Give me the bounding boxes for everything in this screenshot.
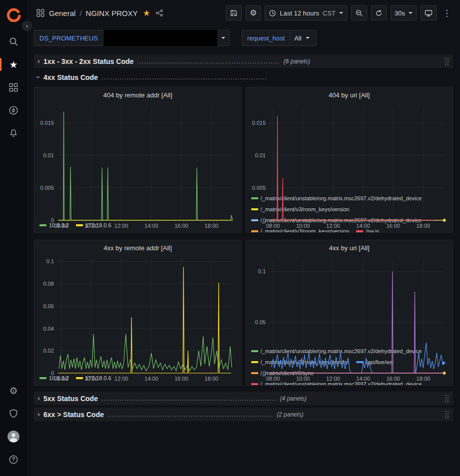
share-icon[interactable] xyxy=(155,9,163,17)
row-header-5xx[interactable]: › 5xx Status Code ......................… xyxy=(34,392,453,405)
breadcrumb-section[interactable]: General xyxy=(49,9,75,17)
svg-text:12:00: 12:00 xyxy=(326,223,340,229)
svg-text:0.015: 0.015 xyxy=(40,120,54,126)
time-range-label: Last 12 hours xyxy=(280,9,319,17)
svg-text:0.02: 0.02 xyxy=(43,348,54,354)
refresh-interval-label: 30s xyxy=(395,9,405,17)
svg-text:0.1: 0.1 xyxy=(46,258,54,264)
time-series-chart[interactable]: 08:0010:0012:0014:0016:0018:0000.0050.01… xyxy=(246,102,453,230)
time-series-chart[interactable]: 08:0010:0012:0014:0016:0018:0000.020.040… xyxy=(34,255,241,383)
request-host-value: All xyxy=(294,34,301,42)
svg-text:10:00: 10:00 xyxy=(84,223,98,229)
row-header-6xx[interactable]: › 6xx > Status Code ....................… xyxy=(34,408,453,421)
svg-text:16:00: 16:00 xyxy=(174,223,188,229)
chevron-right-icon: › xyxy=(37,394,40,402)
svg-text:16:00: 16:00 xyxy=(386,223,400,229)
row-title: 1xx - 3xx - 2xx Status Code xyxy=(43,57,134,65)
svg-text:18:00: 18:00 xyxy=(205,376,219,382)
variable-request-host: request_host All xyxy=(242,30,317,46)
svg-text:14:00: 14:00 xyxy=(144,223,158,229)
chevron-right-icon: › xyxy=(37,56,40,65)
panel-grid: 404 by remote addr [All] 08:0010:0012:00… xyxy=(34,87,453,386)
svg-text:10:00: 10:00 xyxy=(296,223,310,229)
svg-text:0.08: 0.08 xyxy=(43,281,54,287)
sidebar-item-configuration[interactable]: ⚙ xyxy=(3,381,23,401)
svg-text:18:00: 18:00 xyxy=(416,223,430,229)
svg-text:0.005: 0.005 xyxy=(40,185,54,191)
panel-title[interactable]: 4xx by remote addr [All] xyxy=(34,240,241,255)
row-title-dots: ........................................… xyxy=(101,73,267,81)
save-dashboard-button[interactable] xyxy=(226,5,242,20)
refresh-icon xyxy=(375,9,383,17)
row-panel-count: (6 panels) xyxy=(283,58,310,65)
row-title-dots: ........................................… xyxy=(107,411,273,418)
svg-text:10:00: 10:00 xyxy=(84,376,98,382)
panel-title[interactable]: 404 by uri [All] xyxy=(246,87,453,102)
row-header-4xx[interactable]: › 4xx Status Code ......................… xyxy=(34,70,453,84)
sidebar: › ★ ⚙ xyxy=(0,0,27,476)
chevron-down-icon: › xyxy=(34,76,43,78)
sidebar-item-search[interactable] xyxy=(3,31,23,51)
breadcrumb-dashboard-title[interactable]: NGINX PROXY xyxy=(86,9,138,17)
panel-title[interactable]: 4xx by uri [All] xyxy=(246,240,453,255)
grafana-logo[interactable] xyxy=(3,4,24,25)
svg-text:0.06: 0.06 xyxy=(43,303,54,309)
svg-text:0.015: 0.015 xyxy=(252,120,266,126)
row-drag-handle-icon[interactable]: ⣿ xyxy=(444,395,450,402)
sidebar-item-starred[interactable]: ★ xyxy=(3,54,23,74)
refresh-interval-dropdown[interactable]: 30s xyxy=(391,5,417,20)
request-host-select[interactable]: All xyxy=(290,30,317,46)
sidebar-item-server-admin[interactable] xyxy=(3,404,23,424)
svg-text:10:00: 10:00 xyxy=(296,376,310,382)
sidebar-item-explore[interactable] xyxy=(3,100,23,120)
toolbar-right: ⚙ Last 12 hours CST 30s xyxy=(226,5,453,20)
svg-text:0: 0 xyxy=(51,370,54,376)
gear-icon: ⚙ xyxy=(9,386,17,396)
svg-text:0.04: 0.04 xyxy=(43,326,54,332)
time-range-picker[interactable]: Last 12 hours CST xyxy=(265,5,347,20)
variables-bar: DS_PROMETHEUS request_host All xyxy=(27,26,460,51)
panel-title[interactable]: 404 by remote addr [All] xyxy=(34,87,241,102)
shield-icon xyxy=(8,409,18,419)
svg-text:16:00: 16:00 xyxy=(386,376,400,382)
row-panel-count: (4 panels) xyxy=(280,395,306,402)
row-panel-count: (2 panels) xyxy=(277,411,303,418)
row-drag-handle-icon[interactable]: ⣿ xyxy=(444,57,450,65)
panel-chart: 08:0010:0012:0014:0016:0018:0000.0050.01… xyxy=(246,102,453,193)
kebab-menu-icon[interactable]: ⋮ xyxy=(441,8,453,18)
sidebar-item-profile[interactable] xyxy=(3,427,23,447)
expand-menu-button[interactable]: › xyxy=(22,21,32,31)
panel-chart: 08:0010:0012:0014:0016:0018:0000.050.1 xyxy=(246,255,453,346)
datasource-select[interactable] xyxy=(103,30,230,46)
row-title: 4xx Status Code xyxy=(43,73,98,81)
dashboard-settings-button[interactable]: ⚙ xyxy=(246,5,261,20)
svg-text:0.005: 0.005 xyxy=(252,185,266,191)
svg-text:12:00: 12:00 xyxy=(114,223,128,229)
chevron-right-icon: › xyxy=(37,410,40,418)
time-series-chart[interactable]: 08:0010:0012:0014:0016:0018:0000.0050.01… xyxy=(34,102,241,230)
refresh-button[interactable] xyxy=(371,5,387,20)
variable-label-request-host: request_host xyxy=(242,30,290,46)
cycle-view-button[interactable] xyxy=(421,5,437,20)
breadcrumb-separator: / xyxy=(79,9,81,17)
sidebar-item-help[interactable] xyxy=(3,450,23,470)
main-area: General / NGINX PROXY ★ ⚙ Last 12 hours … xyxy=(27,0,460,476)
compass-icon xyxy=(8,105,18,115)
user-avatar xyxy=(7,430,20,443)
favorite-star-icon[interactable]: ★ xyxy=(143,8,150,18)
clock-icon xyxy=(269,9,276,17)
sidebar-item-alerting[interactable] xyxy=(3,123,23,143)
row-title-dots: ........................................… xyxy=(137,57,280,65)
row-drag-handle-icon[interactable]: ⣿ xyxy=(444,411,450,418)
time-series-chart[interactable]: 08:0010:0012:0014:0016:0018:0000.050.1 xyxy=(246,255,453,383)
chevron-down-icon xyxy=(409,12,413,14)
apps-grid-icon xyxy=(8,82,18,92)
grafana-app: › ★ ⚙ xyxy=(0,0,460,476)
sidebar-item-dashboards[interactable] xyxy=(3,77,23,97)
bell-icon xyxy=(8,128,18,138)
search-icon xyxy=(8,36,18,46)
gear-icon: ⚙ xyxy=(250,9,257,17)
zoom-out-button[interactable] xyxy=(351,5,367,20)
row-header-1xx-3xx-2xx[interactable]: › 1xx - 3xx - 2xx Status Code ..........… xyxy=(34,54,453,68)
apps-grid-icon xyxy=(36,8,45,17)
